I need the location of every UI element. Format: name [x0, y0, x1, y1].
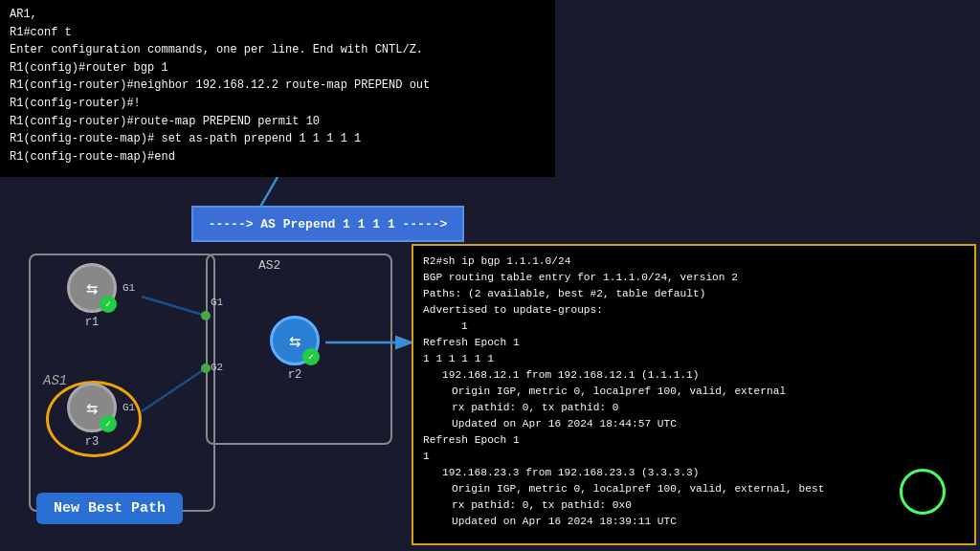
terminal-line-4: R1(config)#router bgp 1: [10, 59, 546, 77]
r1-check-icon: ✓: [100, 296, 117, 313]
r2-port-g2: G2: [211, 362, 223, 373]
prepend-banner-text: -----> AS Prepend 1 1 1 1 ----->: [209, 217, 448, 231]
terminal-right: R2#sh ip bgp 1.1.1.0/24 BGP routing tabl…: [412, 244, 976, 545]
r2-router-icon: ⇆: [289, 329, 301, 353]
r3-label: r3: [85, 435, 99, 449]
r2-check-icon: ✓: [302, 348, 320, 365]
r3-router-icon: ⇆: [86, 396, 98, 420]
terminal-line-9: R1(config-route-map)#end: [10, 148, 546, 166]
terminal-line-2: R1#conf t: [10, 24, 546, 42]
best-highlight-circle: [900, 469, 946, 515]
r1-label: r1: [85, 316, 99, 329]
bgp-line-5: 1: [423, 319, 965, 335]
terminal-line-8: R1(config-route-map)# set as-path prepen…: [10, 130, 546, 148]
r1-node: ⇆ ✓ r1: [67, 263, 117, 329]
r3-check-icon: ✓: [100, 415, 117, 432]
bgp-line-12: Refresh Epoch 1: [423, 432, 965, 449]
new-best-path-label: New Best Path: [54, 500, 166, 517]
bgp-line-15: Origin IGP, metric 0, localpref 100, val…: [423, 481, 965, 497]
as1-label: AS1: [43, 373, 67, 388]
terminal-top: AR1, R1#conf t Enter configuration comma…: [0, 0, 555, 177]
terminal-line-5: R1(config-router)#neighbor 192.168.12.2 …: [10, 77, 546, 95]
terminal-line-1: AR1,: [10, 6, 546, 24]
bgp-line-14: 192.168.23.3 from 192.168.23.3 (3.3.3.3): [423, 465, 965, 481]
bgp-line-4: Advertised to update-groups:: [423, 302, 965, 319]
r3-circle: ⇆ ✓: [67, 383, 117, 432]
r1-port-g1-as2: G1: [211, 297, 223, 308]
new-best-path-badge: New Best Path: [36, 493, 183, 524]
bgp-line-8: 192.168.12.1 from 192.168.12.1 (1.1.1.1): [423, 367, 965, 384]
bgp-line-10: rx pathid: 0, tx pathid: 0: [423, 400, 965, 416]
terminal-line-3: Enter configuration commands, one per li…: [10, 41, 546, 59]
prepend-banner: -----> AS Prepend 1 1 1 1 ----->: [191, 206, 464, 242]
r1-circle: ⇆ ✓: [67, 263, 117, 313]
r2-circle: ⇆ ✓: [270, 316, 320, 365]
bgp-line-1: R2#sh ip bgp 1.1.1.0/24: [423, 253, 965, 270]
bgp-line-11: Updated on Apr 16 2024 18:44:57 UTC: [423, 416, 965, 432]
terminal-line-6: R1(config-router)#!: [10, 95, 546, 113]
r2-label: r2: [288, 368, 301, 382]
r2-node: ⇆ ✓ r2: [270, 316, 320, 382]
r1-router-icon: ⇆: [86, 276, 98, 300]
bgp-line-13: 1: [423, 449, 965, 465]
bgp-line-3: Paths: (2 available, best #2, table defa…: [423, 286, 965, 302]
bgp-line-16: rx pathid: 0, tx pathid: 0x0: [423, 497, 965, 514]
bgp-line-9: Origin IGP, metric 0, localpref 100, val…: [423, 384, 965, 400]
r3-port-g1: G1: [122, 402, 135, 413]
bgp-line-2: BGP routing table entry for 1.1.1.0/24, …: [423, 270, 965, 286]
as2-label: AS2: [258, 258, 280, 273]
bgp-line-17: Updated on Apr 16 2024 18:39:11 UTC: [423, 514, 965, 530]
r1-port-g1: G1: [122, 282, 135, 294]
r3-node: ⇆ ✓ r3: [67, 383, 117, 449]
terminal-line-7: R1(config-router)#route-map PREPEND perm…: [10, 113, 546, 131]
bgp-line-6: Refresh Epoch 1: [423, 335, 965, 351]
bgp-line-7: 1 1 1 1 1 1: [423, 351, 965, 367]
